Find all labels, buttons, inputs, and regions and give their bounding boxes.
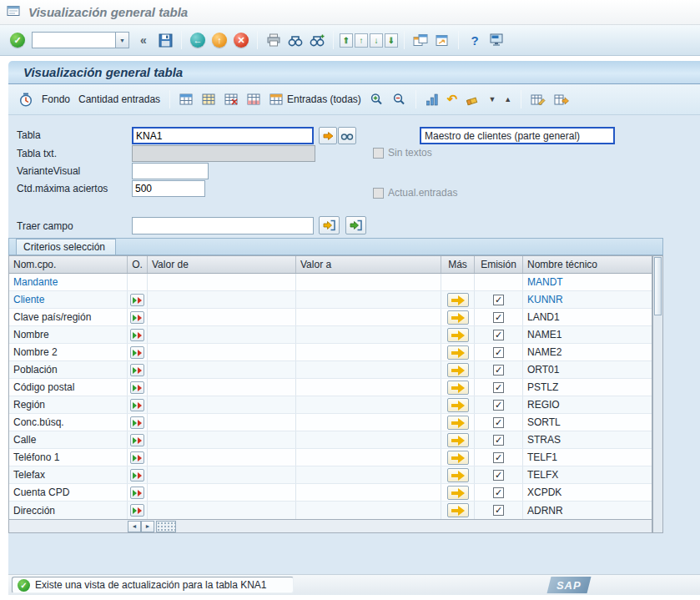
valor-a-cell[interactable]: [296, 274, 441, 290]
emision-checkbox[interactable]: ✓: [493, 382, 504, 393]
multiple-selection-button[interactable]: [447, 363, 469, 377]
column-header[interactable]: Valor de: [148, 256, 296, 273]
selection-options-button[interactable]: [130, 469, 144, 482]
display-mode-button[interactable]: [338, 127, 356, 144]
multiple-selection-button[interactable]: [447, 433, 469, 447]
select-all-button[interactable]: [198, 89, 220, 109]
sin-textos-checkbox[interactable]: [373, 148, 384, 159]
clear-filter-button[interactable]: [461, 89, 484, 109]
emision-checkbox[interactable]: ✓: [493, 400, 504, 411]
valor-de-cell[interactable]: [148, 414, 296, 431]
selection-options-button[interactable]: [130, 504, 144, 517]
valor-de-cell[interactable]: [148, 431, 296, 448]
collapse-toolbar-button[interactable]: ▲: [500, 89, 516, 109]
execute-button[interactable]: [15, 89, 38, 109]
multiple-selection-button[interactable]: [447, 310, 469, 325]
valor-a-cell[interactable]: [296, 466, 441, 483]
selection-options-button[interactable]: [130, 381, 144, 394]
valor-de-cell[interactable]: [148, 344, 296, 361]
emision-checkbox[interactable]: ✓: [493, 347, 504, 358]
multiple-selection-button[interactable]: [447, 398, 469, 412]
emision-checkbox[interactable]: ✓: [493, 312, 504, 323]
copy-all-fields-button[interactable]: [345, 216, 366, 234]
more-functions-button[interactable]: ▼: [484, 89, 500, 109]
cantidad-entradas-button[interactable]: Cantidad entradas: [74, 89, 164, 109]
valor-a-cell[interactable]: [296, 379, 441, 396]
multiple-selection-button[interactable]: [447, 293, 469, 307]
find-next-button[interactable]: [307, 30, 327, 50]
ctd-maxima-input[interactable]: [132, 180, 205, 197]
selection-options-button[interactable]: [130, 451, 144, 464]
selection-options-button[interactable]: [130, 399, 144, 411]
scroll-left-button[interactable]: ◄: [128, 521, 141, 532]
tab-criterios-seleccion[interactable]: Criterios selección: [16, 239, 116, 255]
column-header[interactable]: Nom.cpo.: [9, 256, 128, 273]
select-block-button[interactable]: [175, 89, 198, 109]
find-button[interactable]: [285, 30, 305, 50]
scrollbar-grip[interactable]: [156, 521, 176, 532]
traer-campo-input[interactable]: [132, 217, 314, 234]
call-view-button[interactable]: [550, 89, 573, 109]
print-button[interactable]: [264, 30, 284, 50]
column-header[interactable]: O.: [128, 256, 148, 273]
exit-button[interactable]: ↑: [209, 30, 229, 50]
valor-de-cell[interactable]: [148, 466, 296, 483]
emision-checkbox[interactable]: ✓: [493, 365, 504, 376]
selection-options-button[interactable]: [130, 329, 144, 341]
customize-layout-button[interactable]: [486, 30, 506, 50]
valor-de-cell[interactable]: [148, 484, 296, 501]
selection-options-button[interactable]: [130, 487, 144, 499]
delete-rows-button[interactable]: [243, 89, 265, 109]
variante-input[interactable]: [132, 163, 209, 179]
selection-options-button[interactable]: [130, 364, 144, 376]
valor-a-cell[interactable]: [296, 291, 441, 308]
valor-a-cell[interactable]: [296, 449, 441, 466]
valor-de-cell[interactable]: [148, 361, 296, 378]
display-table-button[interactable]: [319, 127, 337, 144]
copy-field-button[interactable]: [319, 216, 340, 234]
column-header[interactable]: Nombre técnico: [523, 256, 652, 273]
valor-de-cell[interactable]: [148, 309, 296, 325]
selection-options-button[interactable]: [130, 311, 144, 324]
multiple-selection-button[interactable]: [447, 381, 469, 395]
valor-a-cell[interactable]: [296, 326, 441, 343]
tabla-input[interactable]: [132, 127, 314, 144]
valor-a-cell[interactable]: [296, 309, 441, 325]
valor-de-cell[interactable]: [148, 274, 296, 290]
first-page-button[interactable]: ⇑: [340, 33, 353, 48]
valor-a-cell[interactable]: [296, 414, 441, 431]
column-header[interactable]: Emisión: [475, 256, 523, 273]
next-page-button[interactable]: ↓: [370, 33, 383, 48]
cancel-button[interactable]: ✕: [231, 30, 251, 50]
valor-a-cell[interactable]: [296, 431, 441, 448]
multiple-selection-button[interactable]: [447, 345, 469, 360]
vertical-scrollbar-thumb[interactable]: [654, 257, 662, 315]
valor-de-cell[interactable]: [148, 449, 296, 466]
emision-checkbox[interactable]: ✓: [493, 452, 504, 463]
valor-a-cell[interactable]: [296, 344, 441, 361]
enter-button[interactable]: ✓: [8, 30, 28, 50]
undo-button[interactable]: ↶: [443, 89, 462, 109]
previous-page-button[interactable]: ↑: [355, 33, 368, 48]
valor-a-cell[interactable]: [296, 484, 441, 501]
valor-de-cell[interactable]: [148, 326, 296, 343]
actual-entradas-checkbox[interactable]: [373, 188, 384, 199]
emision-checkbox[interactable]: ✓: [493, 417, 504, 428]
emision-checkbox[interactable]: ✓: [493, 470, 504, 481]
valor-de-cell[interactable]: [148, 379, 296, 396]
multiple-selection-button[interactable]: [447, 468, 469, 482]
multiple-selection-button[interactable]: [447, 451, 469, 465]
emision-checkbox[interactable]: ✓: [493, 505, 504, 516]
selection-options-button[interactable]: [130, 416, 144, 429]
emision-checkbox[interactable]: ✓: [493, 487, 504, 498]
shortcut-button[interactable]: [432, 30, 452, 50]
collapse-button[interactable]: «: [133, 30, 154, 50]
valor-a-cell[interactable]: [296, 502, 441, 519]
sort-button[interactable]: [421, 89, 443, 109]
valor-de-cell[interactable]: [148, 396, 296, 413]
valor-de-cell[interactable]: [148, 291, 296, 308]
column-header[interactable]: Valor a: [296, 256, 441, 273]
zoom-out-button[interactable]: [388, 89, 410, 109]
multiple-selection-button[interactable]: [447, 486, 469, 500]
zoom-in-button[interactable]: [365, 89, 388, 109]
